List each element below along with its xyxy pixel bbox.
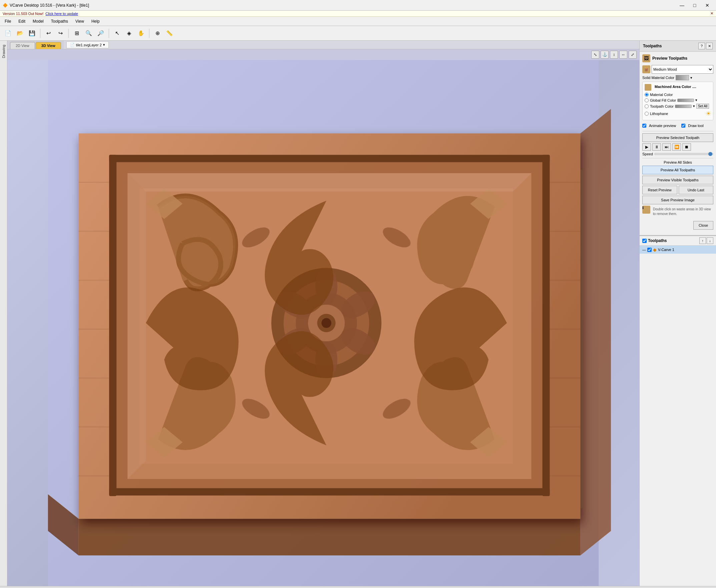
toolbar-pan[interactable]: ✋ [136, 28, 146, 39]
toolbar-zoom-out[interactable]: 🔎 [95, 28, 106, 39]
radio-material-color[interactable] [645, 93, 649, 97]
draw-tool-checkbox[interactable] [681, 124, 685, 128]
file-tab-dropdown[interactable]: ▾ [103, 43, 105, 47]
toolpaths-move-up-btn[interactable]: ↑ [699, 237, 706, 244]
play-btn[interactable]: ▶ [642, 143, 651, 151]
toolbar-measure[interactable]: 📏 [164, 28, 175, 39]
menu-view[interactable]: View [72, 18, 87, 25]
solid-material-swatch[interactable] [676, 75, 689, 80]
preview-visible-toolpaths-btn[interactable]: Preview Visible Toolpaths [642, 176, 713, 184]
preview-selected-btn[interactable]: Preview Selected Toolpath [642, 133, 713, 142]
toolpath-item-vcarve1[interactable]: — ◆ V-Carve 1 [640, 246, 716, 254]
toolbar-undo[interactable]: ↩ [43, 28, 54, 39]
animate-checkbox-row: Animate preview Draw tool [642, 122, 713, 129]
pause-btn[interactable]: ⏸ [652, 143, 661, 151]
carving-canvas[interactable] [7, 60, 639, 586]
sep-2 [642, 158, 713, 158]
svg-marker-40 [127, 173, 146, 479]
sep-1 [642, 131, 713, 131]
title-bar-left: 🔶 VCarve Desktop 10.516 - {Vera Kark} - … [3, 3, 89, 8]
menu-toolpaths[interactable]: Toolpaths [48, 18, 71, 25]
3d-view[interactable] [7, 60, 639, 586]
save-preview-image-btn[interactable]: Save Preview Image [642, 196, 713, 204]
toolpath-color-arrow[interactable]: ▾ [693, 104, 695, 108]
vp-icon-expand[interactable]: ⤡ [591, 51, 599, 59]
toolpaths-move-down-btn[interactable]: ↓ [707, 237, 713, 244]
tab-2d-view[interactable]: 2D View [10, 42, 35, 49]
left-panel: Drawing [0, 41, 7, 586]
status-bar: Ready X: 3.2080 Y: 3.0360 Z: 0.0000 [0, 586, 716, 588]
stop-btn[interactable]: ⏹ [682, 143, 691, 151]
close-btn-container: Close [642, 220, 713, 232]
radio-global-fill-label: Global Fill Color [650, 98, 676, 102]
playback-controls: ▶ ⏸ ⏭ ⏩ ⏹ [642, 143, 713, 151]
menu-file[interactable]: File [1, 18, 14, 25]
toolbar-save[interactable]: 💾 [27, 28, 37, 39]
toolpath-color-slider[interactable] [675, 105, 692, 108]
toolpaths-list-master-checkbox[interactable] [642, 239, 647, 243]
toolbar-redo[interactable]: ↪ [55, 28, 66, 39]
reset-preview-btn[interactable]: Reset Preview [642, 186, 677, 194]
toolbar-sep-2 [68, 29, 69, 38]
toolpath-expand-icon[interactable]: — [642, 248, 646, 252]
panel-help-btn[interactable]: ? [698, 43, 705, 49]
file-tab[interactable]: 📄 tile1.svgLayer 2 ▾ [66, 41, 109, 48]
info-text: Double click on waste areas in 3D view t… [652, 206, 713, 218]
global-fill-slider[interactable] [677, 99, 694, 102]
undo-last-btn[interactable]: Undo Last [679, 186, 714, 194]
radio-lithophane[interactable] [645, 112, 649, 115]
menu-help[interactable]: Help [88, 18, 103, 25]
panel-close-btn[interactable]: ✕ [706, 43, 713, 49]
svg-rect-17 [542, 155, 550, 496]
menu-model[interactable]: Model [29, 18, 47, 25]
toolbar-new[interactable]: 📄 [3, 28, 13, 39]
preview-section-header: 🖼 Preview Toolpaths [642, 54, 713, 62]
radio-toolpath-color[interactable] [645, 104, 649, 108]
svg-rect-16 [109, 155, 116, 496]
svg-marker-1 [79, 519, 580, 555]
machined-area-label: Machined Area Color .... [653, 85, 698, 90]
toolbar-snap[interactable]: ⊕ [152, 28, 163, 39]
speed-slider-thumb[interactable] [708, 152, 712, 156]
solid-material-dropdown-arrow[interactable]: ▾ [690, 76, 692, 80]
toolbar-select[interactable]: ↖ [112, 28, 122, 39]
solid-material-label: Solid Material Color [642, 76, 674, 80]
vp-icon-pan[interactable]: ↔ [619, 51, 627, 59]
vp-icon-zoom[interactable]: ⤢ [629, 51, 637, 59]
preview-all-toolpaths-btn[interactable]: Preview All Toolpaths [642, 166, 713, 174]
toolpaths-title: Toolpaths [643, 44, 662, 48]
menu-edit[interactable]: Edit [15, 18, 29, 25]
radio-toolpath-color-label: Toolpath Color [650, 104, 674, 108]
vp-icon-rotate[interactable]: ↕ [610, 51, 618, 59]
tab-3d-view[interactable]: 3D View [36, 42, 61, 49]
drawing-label: Drawing [2, 45, 6, 58]
toolbar-node[interactable]: ◈ [124, 28, 135, 39]
material-dropdown[interactable]: Medium Wood Light Wood Dark Wood Pine Oa… [652, 65, 713, 74]
vp-icon-anchor[interactable]: ⚓ [600, 51, 609, 59]
toolbar-sep-3 [109, 29, 109, 38]
toolbar-zoom-fit[interactable]: ⊞ [71, 28, 82, 39]
maximize-button[interactable]: □ [689, 1, 701, 10]
toolbar-zoom-in[interactable]: 🔍 [83, 28, 94, 39]
toolpaths-list-header: Toolpaths ↑ ↓ [640, 236, 716, 246]
global-fill-arrow[interactable]: ▾ [695, 98, 697, 102]
close-button[interactable]: ✕ [701, 1, 713, 10]
title-bar: 🔶 VCarve Desktop 10.516 - {Vera Kark} - … [0, 0, 716, 10]
speed-slider-track[interactable] [654, 153, 713, 155]
toolbar-sep-1 [40, 29, 40, 38]
next-btn[interactable]: ⏩ [672, 143, 681, 151]
toolpath-checkbox-vcarve1[interactable] [647, 248, 652, 252]
close-button-panel[interactable]: Close [693, 221, 713, 230]
animate-preview-checkbox[interactable] [642, 124, 646, 128]
preview-all-sides-label: Preview All Sides [642, 160, 713, 164]
update-link[interactable]: Click here to update [45, 12, 78, 16]
toolpath-color-dot: ◆ [653, 247, 657, 252]
toolbar-open[interactable]: 📂 [15, 28, 25, 39]
view-tabs: 2D View 3D View [7, 41, 64, 49]
minimize-button[interactable]: — [676, 1, 688, 10]
file-tab-icon: 📄 [70, 43, 75, 47]
radio-global-fill[interactable] [645, 98, 649, 102]
set-all-button[interactable]: Set All [696, 104, 709, 109]
skip-btn[interactable]: ⏭ [662, 143, 671, 151]
update-dismiss[interactable]: ✕ [710, 11, 713, 16]
